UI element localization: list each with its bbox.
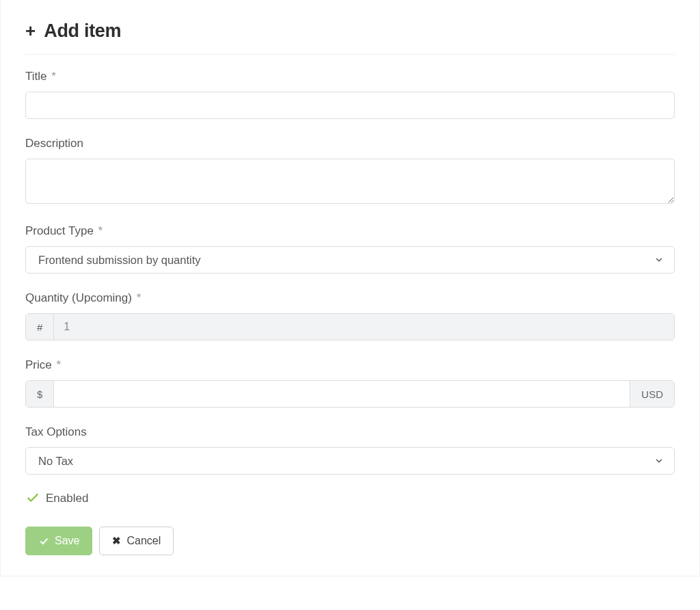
title-label-text: Title	[25, 70, 47, 83]
tax-options-label: Tax Options	[25, 425, 675, 439]
tax-options-select[interactable]: No Tax	[25, 447, 675, 475]
button-row: Save ✖ Cancel	[25, 527, 675, 555]
description-label: Description	[25, 137, 675, 150]
quantity-label: Quantity (Upcoming) *	[25, 291, 675, 305]
product-type-group: Product Type * Frontend submission by qu…	[25, 224, 675, 274]
title-group: Title *	[25, 70, 675, 119]
close-icon: ✖	[112, 535, 121, 547]
required-indicator: *	[51, 70, 56, 83]
cancel-button-label: Cancel	[126, 535, 161, 547]
quantity-label-text: Quantity (Upcoming)	[25, 291, 132, 304]
enabled-checkbox[interactable]: Enabled	[25, 490, 675, 507]
save-button-label: Save	[55, 535, 79, 547]
page-title: Add item	[44, 21, 121, 42]
check-icon	[25, 490, 40, 507]
product-type-select[interactable]: Frontend submission by quantity	[25, 246, 675, 274]
price-label-text: Price	[25, 358, 52, 371]
price-label: Price *	[25, 358, 675, 372]
required-indicator: *	[56, 358, 61, 371]
check-icon	[38, 535, 49, 546]
product-type-label-text: Product Type	[25, 224, 94, 237]
page-header: + Add item	[25, 21, 675, 55]
currency-suffix: USD	[630, 381, 674, 407]
price-input-group: $ USD	[25, 380, 675, 408]
product-type-label: Product Type *	[25, 224, 675, 238]
title-input[interactable]	[25, 92, 675, 119]
dollar-icon: $	[26, 381, 54, 407]
price-input[interactable]	[54, 381, 630, 407]
product-type-select-wrap: Frontend submission by quantity	[25, 246, 675, 274]
quantity-input-group: #	[25, 313, 675, 341]
enabled-label: Enabled	[46, 492, 88, 505]
save-button[interactable]: Save	[25, 527, 92, 555]
title-label: Title *	[25, 70, 675, 83]
price-group: Price * $ USD	[25, 358, 675, 408]
quantity-input	[54, 314, 674, 340]
hash-icon: #	[26, 314, 54, 340]
cancel-button[interactable]: ✖ Cancel	[99, 527, 174, 555]
plus-icon: +	[25, 21, 36, 42]
tax-options-group: Tax Options No Tax	[25, 425, 675, 475]
add-item-form: + Add item Title * Description Product T…	[0, 0, 700, 576]
required-indicator: *	[98, 224, 103, 237]
description-input[interactable]	[25, 159, 675, 204]
quantity-group: Quantity (Upcoming) * #	[25, 291, 675, 341]
description-group: Description	[25, 137, 675, 207]
required-indicator: *	[137, 291, 142, 304]
tax-options-select-wrap: No Tax	[25, 447, 675, 475]
